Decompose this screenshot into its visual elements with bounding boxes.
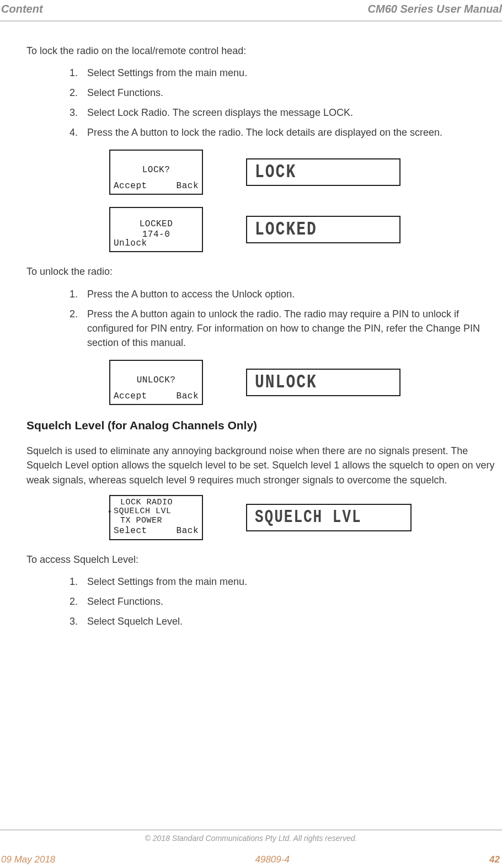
segment-text: LOCK	[255, 158, 296, 187]
segment-display-unlock: UNLOCK	[246, 369, 400, 396]
list-item: Press the A button to lock the radio. Th…	[81, 125, 502, 140]
footer-doc-number: 49809-4	[255, 853, 289, 867]
lcd-softkey-right: Back	[177, 390, 199, 403]
menu-item: LOCK RADIO	[120, 498, 173, 507]
unlock-steps-list: Press the A button to access the Unlock …	[26, 287, 502, 350]
menu-item-selected: SQUELCH LVL	[114, 507, 172, 516]
screen-row: LOCK? Accept Back LOCK	[109, 150, 502, 195]
list-item: Select Lock Radio. The screen displays t…	[81, 105, 502, 120]
lcd-screen-squelch-menu: LOCK RADIO SQUELCH LVL TX POWER Select B…	[109, 495, 203, 540]
lcd-softkey-left: Unlock	[114, 237, 147, 250]
list-item: Select Settings from the main menu.	[81, 574, 502, 589]
lcd-softkey-left: Accept	[114, 180, 147, 193]
lock-steps-list: Select Settings from the main menu. Sele…	[26, 66, 502, 140]
copyright: © 2018 Standard Communications Pty Ltd. …	[0, 833, 502, 844]
list-item: Press the A button again to unlock the r…	[81, 307, 502, 350]
list-item: Press the A button to access the Unlock …	[81, 287, 502, 301]
footer-date: 09 May 2018	[1, 853, 55, 867]
segment-display-locked: LOCKED	[246, 216, 400, 243]
list-item: Select Squelch Level.	[81, 614, 502, 629]
page: Content CM60 Series User Manual To lock …	[0, 0, 502, 868]
unlock-intro: To unlock the radio:	[26, 264, 502, 279]
list-item: Select Functions.	[81, 594, 502, 609]
lock-intro: To lock the radio on the local/remote co…	[26, 44, 502, 58]
lcd-screen-lock-prompt: LOCK? Accept Back	[109, 150, 203, 195]
screen-row: LOCK RADIO SQUELCH LVL TX POWER Select B…	[109, 495, 502, 540]
header-right: CM60 Series User Manual	[368, 1, 502, 17]
page-content: To lock the radio on the local/remote co…	[0, 22, 502, 629]
lcd-softkey-right: Back	[177, 180, 199, 193]
access-steps-list: Select Settings from the main menu. Sele…	[26, 574, 502, 629]
list-item: Select Functions.	[81, 86, 502, 100]
segment-display-squelch: SQUELCH LVL	[246, 504, 412, 531]
segment-text: SQUELCH LVL	[255, 504, 362, 530]
squelch-paragraph: Squelch is used to eliminate any annoyin…	[26, 444, 502, 487]
menu-item: TX POWER	[120, 516, 162, 525]
footer-page-number: 42	[489, 853, 500, 867]
access-intro: To access Squelch Level:	[26, 552, 502, 567]
lcd-softkey-left: Select	[114, 525, 147, 537]
lcd-title: LOCK?	[110, 165, 202, 175]
lcd-screen-locked: LOCKED 174-0 Unlock	[109, 207, 203, 252]
segment-display-lock: LOCK	[246, 158, 400, 186]
header-left: Content	[0, 1, 43, 17]
section-heading-squelch: Squelch Level (for Analog Channels Only)	[26, 417, 502, 434]
footer-rule	[0, 829, 502, 830]
segment-text: LOCKED	[255, 216, 317, 244]
lcd-softkey-right: Back	[177, 525, 199, 537]
lcd-title: LOCKED	[110, 219, 202, 229]
page-footer: 09 May 2018 49809-4 42	[0, 853, 502, 868]
segment-text: UNLOCK	[255, 369, 317, 397]
lcd-screen-unlock-prompt: UNLOCK? Accept Back	[109, 360, 203, 405]
screen-row: UNLOCK? Accept Back UNLOCK	[109, 360, 502, 405]
screen-row: LOCKED 174-0 Unlock LOCKED	[109, 207, 502, 252]
lcd-title: UNLOCK?	[110, 375, 202, 385]
lcd-softkey-left: Accept	[114, 390, 147, 403]
page-header: Content CM60 Series User Manual	[0, 0, 502, 22]
list-item: Select Settings from the main menu.	[81, 66, 502, 80]
